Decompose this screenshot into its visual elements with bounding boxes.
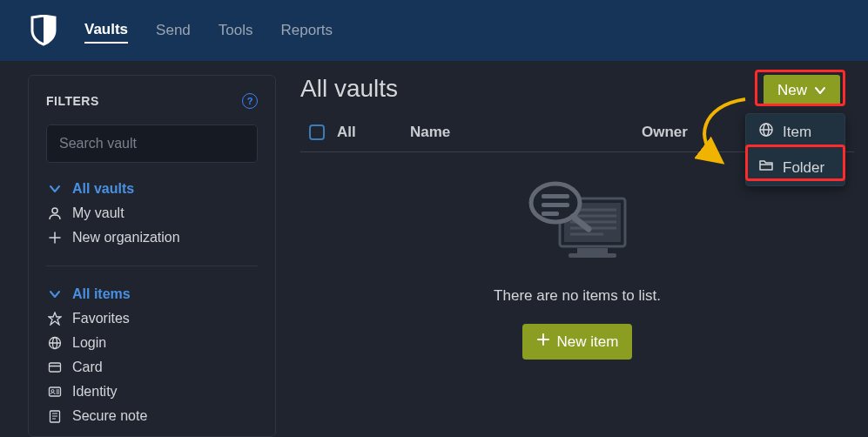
divider bbox=[46, 266, 258, 266]
new-button[interactable]: New bbox=[764, 75, 840, 106]
sidebar-item-label: My vault bbox=[72, 205, 124, 221]
sidebar-item-label: All vaults bbox=[72, 181, 134, 197]
column-owner[interactable]: Owner bbox=[642, 124, 729, 141]
column-all[interactable]: All bbox=[337, 124, 356, 141]
dropdown-item-folder[interactable]: Folder bbox=[746, 150, 844, 185]
column-name[interactable]: Name bbox=[410, 124, 619, 141]
star-icon bbox=[46, 312, 64, 326]
sidebar-item-label: Identity bbox=[72, 384, 118, 400]
nav-reports[interactable]: Reports bbox=[280, 18, 333, 43]
filters-title: FILTERS bbox=[46, 94, 99, 108]
plus-icon bbox=[46, 232, 64, 244]
new-button-label: New bbox=[777, 82, 807, 99]
card-icon bbox=[46, 360, 64, 374]
sidebar-item-label: All items bbox=[72, 286, 131, 302]
help-icon[interactable]: ? bbox=[242, 93, 258, 109]
svg-point-5 bbox=[51, 390, 54, 393]
sidebar-item-label: Login bbox=[72, 335, 106, 351]
svg-rect-11 bbox=[577, 248, 608, 253]
sidebar-all-items[interactable]: All items bbox=[46, 282, 258, 306]
id-icon bbox=[46, 385, 64, 399]
chevron-down-icon bbox=[46, 183, 64, 195]
svg-rect-19 bbox=[542, 194, 569, 198]
sidebar: FILTERS ? All vaults My vault Ne bbox=[28, 75, 276, 437]
sidebar-all-vaults[interactable]: All vaults bbox=[46, 177, 258, 201]
globe-icon bbox=[46, 336, 64, 350]
dropdown-item-label: Folder bbox=[783, 159, 824, 177]
main-content: All vaults New Item Folder bbox=[300, 75, 854, 437]
sidebar-new-org[interactable]: New organization bbox=[46, 225, 258, 250]
dropdown-item-item[interactable]: Item bbox=[746, 114, 844, 150]
empty-state: There are no items to list. New item bbox=[300, 168, 854, 360]
new-dropdown: Item Folder bbox=[745, 113, 845, 186]
empty-text: There are no items to list. bbox=[494, 287, 661, 305]
new-item-button[interactable]: New item bbox=[522, 324, 633, 360]
sidebar-identity[interactable]: Identity bbox=[46, 380, 258, 404]
sidebar-login[interactable]: Login bbox=[46, 331, 258, 355]
svg-rect-21 bbox=[542, 212, 559, 216]
folder-icon bbox=[758, 158, 774, 178]
nav-tools[interactable]: Tools bbox=[219, 18, 253, 43]
user-icon bbox=[46, 206, 64, 220]
sidebar-item-label: Card bbox=[72, 360, 103, 375]
svg-point-0 bbox=[52, 208, 57, 213]
shield-logo-icon bbox=[30, 15, 57, 46]
empty-illustration-icon bbox=[512, 168, 643, 275]
select-all-checkbox[interactable] bbox=[309, 124, 325, 140]
chevron-down-icon bbox=[46, 288, 64, 300]
sidebar-secure-note[interactable]: Secure note bbox=[46, 404, 258, 428]
svg-rect-12 bbox=[569, 253, 616, 258]
sidebar-my-vault[interactable]: My vault bbox=[46, 201, 258, 225]
sidebar-item-label: Secure note bbox=[72, 408, 147, 424]
plus-icon bbox=[536, 333, 550, 351]
svg-rect-20 bbox=[542, 203, 569, 207]
nav-send[interactable]: Send bbox=[156, 18, 191, 43]
top-nav: Vaults Send Tools Reports bbox=[0, 0, 868, 61]
search-input[interactable] bbox=[46, 124, 258, 163]
chevron-down-icon bbox=[814, 82, 826, 99]
note-icon bbox=[46, 409, 64, 423]
sidebar-item-label: Favorites bbox=[72, 311, 130, 326]
sidebar-favorites[interactable]: Favorites bbox=[46, 306, 258, 331]
dropdown-item-label: Item bbox=[783, 124, 811, 141]
sidebar-item-label: New organization bbox=[72, 230, 180, 245]
globe-icon bbox=[758, 122, 774, 142]
nav-vaults[interactable]: Vaults bbox=[84, 17, 128, 44]
new-item-label: New item bbox=[557, 333, 619, 351]
svg-rect-3 bbox=[50, 363, 61, 372]
sidebar-card[interactable]: Card bbox=[46, 355, 258, 380]
